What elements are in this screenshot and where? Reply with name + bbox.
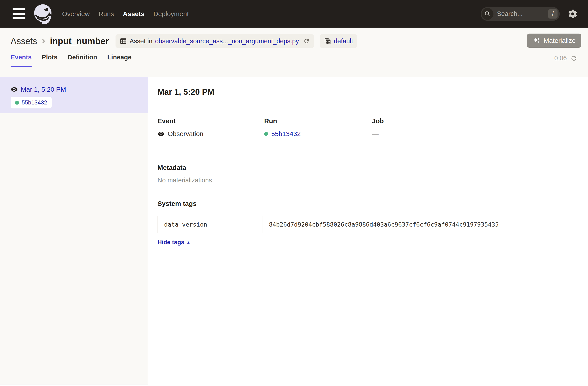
event-type-label: Observation — [168, 130, 203, 138]
event-list-item-selected[interactable]: Mar 1, 5:20 PM 55b13432 — [0, 77, 148, 113]
code-location-pill: default — [320, 34, 357, 48]
tab-events[interactable]: Events — [11, 54, 32, 67]
event-column-label: Event — [157, 117, 264, 125]
run-column-label: Run — [264, 117, 372, 125]
hamburger-menu-icon[interactable] — [13, 8, 25, 19]
tag-value-cell: 84b26d7d9204cbf588026c8a9886d403a6c9637c… — [262, 216, 581, 233]
refresh-timer-group: 0:06 — [554, 55, 577, 67]
asset-location-prefix: Asset in — [130, 38, 152, 45]
reload-definitions-icon[interactable] — [303, 38, 310, 44]
materialize-button-label: Materialize — [544, 37, 576, 44]
tag-key-cell: data_version — [158, 216, 262, 233]
job-empty-dash: — — [372, 130, 378, 138]
hide-tags-toggle[interactable]: Hide tags ▲ — [157, 239, 190, 246]
metadata-empty-text: No materializations — [157, 177, 581, 184]
search-shortcut-key: / — [548, 9, 558, 19]
event-type-value: Observation — [157, 130, 264, 138]
chevron-right-icon — [40, 38, 47, 44]
event-detail-title: Mar 1, 5:20 PM — [157, 87, 581, 97]
hide-tags-label: Hide tags — [157, 239, 185, 246]
nav-item-runs[interactable]: Runs — [99, 10, 114, 18]
page-body: Mar 1, 5:20 PM 55b13432 Mar 1, 5:20 PM E… — [0, 77, 588, 386]
dagster-logo-icon[interactable] — [32, 3, 55, 25]
observation-eye-icon — [11, 86, 18, 93]
run-id-chip[interactable]: 55b13432 — [11, 97, 52, 108]
nav-item-overview[interactable]: Overview — [62, 10, 90, 18]
code-location-link[interactable]: default — [334, 38, 353, 45]
run-value: 55b13432 — [264, 130, 372, 138]
refresh-countdown: 0:06 — [554, 55, 567, 62]
sparkle-icon — [533, 37, 541, 45]
breadcrumb-assets-link[interactable]: Assets — [11, 36, 37, 46]
settings-gear-icon[interactable] — [568, 9, 578, 19]
run-status-dot — [264, 132, 268, 136]
tab-plots[interactable]: Plots — [42, 54, 57, 67]
divider — [157, 152, 581, 152]
event-item-header: Mar 1, 5:20 PM — [11, 86, 142, 93]
refresh-icon[interactable] — [570, 55, 577, 62]
primary-nav: Overview Runs Assets Deployment — [62, 10, 189, 18]
materialize-button[interactable]: Materialize — [527, 34, 581, 48]
top-navbar: Overview Runs Assets Deployment / — [0, 0, 588, 28]
search-input[interactable] — [497, 10, 548, 18]
metadata-heading: Metadata — [157, 164, 581, 171]
job-column: Job — — [372, 117, 581, 138]
page-header: Assets input_number Asset in observable_… — [0, 28, 588, 77]
table-asset-icon — [120, 37, 127, 45]
nav-item-assets[interactable]: Assets — [123, 10, 145, 18]
repo-icon — [324, 37, 331, 45]
event-summary-columns: Event Observation Run 55b1343 — [157, 117, 581, 138]
table-row: data_version 84b26d7d9204cbf588026c8a988… — [158, 216, 581, 233]
system-tags-table: data_version 84b26d7d9204cbf588026c8a988… — [157, 216, 581, 233]
navbar-left: Overview Runs Assets Deployment — [13, 3, 189, 25]
navbar-right: / — [481, 7, 578, 21]
caret-up-icon: ▲ — [187, 241, 190, 244]
run-id-link[interactable]: 55b13432 — [271, 130, 301, 138]
app-window: Overview Runs Assets Deployment / — [0, 0, 588, 386]
tab-lineage[interactable]: Lineage — [107, 54, 132, 67]
system-tags-heading: System tags — [157, 200, 581, 207]
job-column-label: Job — [372, 117, 581, 125]
page-title: input_number — [50, 36, 109, 46]
event-timestamp-link[interactable]: Mar 1, 5:20 PM — [21, 86, 66, 93]
nav-item-deployment[interactable]: Deployment — [153, 10, 189, 18]
run-id-chip-label: 55b13432 — [22, 99, 47, 106]
event-list-sidebar: Mar 1, 5:20 PM 55b13432 — [0, 77, 148, 385]
asset-definition-file-link[interactable]: observable_source_ass..._non_argument_de… — [155, 38, 299, 45]
observation-eye-icon — [157, 130, 165, 137]
run-column: Run 55b13432 — [264, 117, 372, 138]
asset-tabs: Events Plots Definition Lineage — [11, 54, 131, 67]
asset-location-pill: Asset in observable_source_ass..._non_ar… — [116, 34, 314, 48]
search-icon — [482, 8, 493, 20]
breadcrumb: Assets input_number Asset in observable_… — [0, 34, 588, 48]
tab-definition[interactable]: Definition — [68, 54, 97, 67]
tabs-row: Events Plots Definition Lineage 0:06 — [0, 54, 588, 67]
search-box[interactable]: / — [481, 7, 560, 21]
job-value: — — [372, 130, 581, 138]
event-column: Event Observation — [157, 117, 264, 138]
run-status-dot — [15, 101, 19, 105]
divider — [157, 108, 581, 108]
event-detail-panel: Mar 1, 5:20 PM Event Observation — [148, 77, 588, 386]
